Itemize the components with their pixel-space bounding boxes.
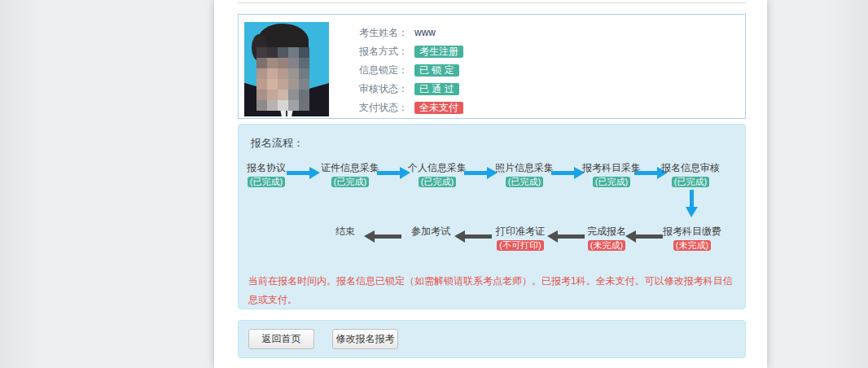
- step-status-badge: (已完成): [419, 177, 456, 187]
- photo-pixel: [299, 68, 309, 79]
- flow-arrow-down-icon: [686, 190, 698, 217]
- photo-pixel: [278, 68, 288, 79]
- photo-pixel: [288, 100, 299, 111]
- content-column: 考生姓名： www 报名方式： 考生注册 信息锁定： 已 锁 定 审核状态： 已…: [214, 0, 767, 368]
- registration-method-badge: 考生注册: [414, 46, 463, 58]
- info-label: 支付状态：: [359, 101, 413, 114]
- back-home-button[interactable]: 返回首页: [248, 329, 314, 349]
- audit-status-badge: 已 通 过: [414, 83, 459, 95]
- photo-pixel: [288, 58, 299, 68]
- info-row-method: 报名方式： 考生注册: [359, 45, 463, 58]
- info-label: 审核状态：: [359, 82, 413, 95]
- step-status-badge: (已完成): [593, 177, 630, 187]
- top-divider: [238, 2, 746, 3]
- photo-pixel: [267, 58, 278, 68]
- photo-pixel: [256, 68, 267, 79]
- info-row-lock: 信息锁定： 已 锁 定: [359, 64, 463, 77]
- info-row-audit: 审核状态： 已 通 过: [359, 82, 463, 95]
- photo-pixel: [256, 90, 267, 100]
- info-row-name: 考生姓名： www: [359, 26, 463, 39]
- flow-step-info-audit: 报名信息审核 (已完成): [642, 162, 739, 188]
- photo-pixel: [256, 58, 267, 68]
- actions-panel: 返回首页 修改报名报考: [238, 320, 746, 358]
- flow-step-pay-subjects: 报考科目缴费 (未完成): [643, 226, 741, 252]
- info-label: 报名方式：: [359, 45, 413, 58]
- step-status-badge: (已完成): [248, 177, 285, 187]
- step-status-badge: (未完成): [673, 240, 711, 251]
- candidate-photo: [244, 22, 329, 116]
- candidate-info-panel: 考生姓名： www 报名方式： 考生注册 信息锁定： 已 锁 定 审核状态： 已…: [238, 14, 746, 119]
- step-status-badge: (已完成): [672, 177, 709, 187]
- photo-pixel: [288, 47, 299, 58]
- flow-status-note: 当前在报名时间内。报名信息已锁定（如需解锁请联系考点老师）。已报考1科。全未支付…: [248, 272, 740, 309]
- step-label: 报名信息审核: [642, 162, 739, 173]
- flow-title: 报名流程：: [251, 136, 304, 151]
- info-label: 考生姓名：: [359, 26, 413, 39]
- payment-status-badge: 全未支付: [414, 102, 463, 114]
- photo-pixel: [267, 47, 278, 58]
- photo-pixel: [278, 47, 288, 58]
- photo-pixel: [256, 47, 267, 58]
- modify-registration-button[interactable]: 修改报名报考: [332, 329, 398, 349]
- photo-pixel: [288, 68, 299, 79]
- photo-pixel: [267, 100, 278, 111]
- step-status-badge: (已完成): [506, 177, 543, 187]
- photo-pixel: [278, 100, 288, 111]
- photo-pixel: [278, 58, 288, 68]
- step-label: 报考科目缴费: [643, 226, 741, 237]
- step-status-badge: (不可打印): [497, 240, 543, 251]
- step-status-badge: (已完成): [331, 177, 369, 187]
- photo-pixel: [278, 79, 288, 90]
- candidate-info-rows: 考生姓名： www 报名方式： 考生注册 信息锁定： 已 锁 定 审核状态： 已…: [359, 26, 463, 120]
- lock-status-badge: 已 锁 定: [414, 64, 459, 77]
- photo-pixel: [299, 90, 309, 100]
- photo-pixel: [299, 58, 309, 68]
- info-row-payment: 支付状态： 全未支付: [359, 101, 463, 114]
- photo-pixel: [299, 47, 309, 58]
- photo-pixel: [288, 79, 299, 90]
- photo-pixel: [299, 100, 309, 111]
- photo-pixel: [256, 79, 267, 90]
- photo-pixelation: [256, 47, 309, 111]
- photo-pixel: [267, 68, 278, 79]
- photo-pixel: [288, 90, 299, 100]
- photo-pixel: [256, 100, 267, 111]
- photo-pixel: [267, 90, 278, 100]
- info-label: 信息锁定：: [359, 64, 413, 77]
- photo-pixel: [278, 90, 288, 100]
- step-status-badge: (未完成): [588, 240, 625, 251]
- photo-pixel: [267, 79, 278, 90]
- photo-pixel: [299, 79, 309, 90]
- registration-flow-panel: 报名流程： 报名协议 (已完成) 证件信息采集 (已完成) 个人信息采集 (已完…: [238, 124, 746, 309]
- candidate-name-value: www: [414, 26, 436, 39]
